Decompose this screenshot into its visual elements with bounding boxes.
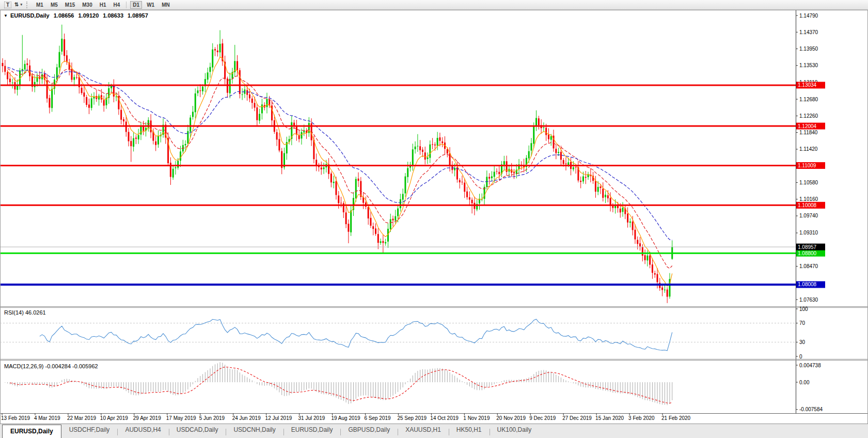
date-tick-label: 19 Aug 2019 bbox=[332, 415, 361, 421]
price-tick-label: 1.10160 bbox=[799, 196, 818, 202]
rsi-axis-label: 100 bbox=[799, 306, 808, 312]
text-tool-icon: T bbox=[4, 2, 11, 8]
date-tick-label: 21 Feb 2020 bbox=[661, 415, 691, 421]
candlestick-series bbox=[2, 25, 673, 303]
timeframe-button-group: M1M5M15M30H1H4D1W1MN bbox=[33, 1, 173, 9]
toolbar-divider bbox=[126, 2, 127, 8]
text-tool-button[interactable]: T bbox=[3, 1, 13, 9]
chart-tab-9-uk100-daily[interactable]: UK100,Daily bbox=[490, 426, 540, 438]
date-tick-label: 17 May 2019 bbox=[166, 415, 196, 421]
price-tick-label: 1.11840 bbox=[799, 130, 818, 135]
macd-pane: 0.0047380.00-0.007584 bbox=[5, 362, 823, 412]
chart-tab-bar: EURUSD,DailyUSDCHF,DailyAUDUSD,H4USDCAD,… bbox=[0, 424, 868, 438]
timeframe-button-m1[interactable]: M1 bbox=[34, 1, 46, 9]
date-axis: 13 Feb 20194 Mar 201922 Mar 201910 Apr 2… bbox=[1, 413, 691, 421]
ohlc-close: 1.08957 bbox=[128, 12, 148, 19]
rsi-axis-label: 0 bbox=[799, 354, 802, 359]
ohlc-low: 1.08633 bbox=[103, 12, 123, 19]
chart-title: ▼ EURUSD,Daily 1.08656 1.09120 1.08633 1… bbox=[4, 12, 152, 19]
rsi-axis-label: 30 bbox=[799, 339, 806, 345]
price-chart[interactable]: 1.147901.143701.139501.135301.131101.126… bbox=[0, 0, 868, 438]
price-tick-label: 1.10580 bbox=[799, 180, 818, 185]
date-tick-label: 1 Nov 2019 bbox=[463, 415, 490, 421]
dropdown-caret-icon: ▾ bbox=[21, 1, 23, 8]
svg-text:1.10008: 1.10008 bbox=[798, 202, 817, 208]
chart-tab-2-audusd-h4[interactable]: AUDUSD,H4 bbox=[117, 426, 168, 438]
price-tick-label: 1.11420 bbox=[799, 146, 818, 152]
chart-tab-7-xauusd-h1[interactable]: XAUUSD,H1 bbox=[398, 426, 449, 438]
rsi-pane: 10070300 bbox=[0, 306, 808, 359]
svg-text:1.13034: 1.13034 bbox=[798, 82, 817, 88]
svg-text:1.12004: 1.12004 bbox=[798, 123, 817, 129]
chart-tab-1-usdchf-daily[interactable]: USDCHF,Daily bbox=[61, 426, 118, 438]
level-price-label: 1.11009 bbox=[796, 162, 825, 169]
toolbar: T ⇅ ▾ M1M5M15M30H1H4D1W1MN bbox=[0, 0, 868, 10]
macd-axis-label: 0.004738 bbox=[799, 363, 821, 368]
chart-tab-4-usdcnh-daily[interactable]: USDCNH,Daily bbox=[226, 426, 283, 438]
price-tick-label: 1.13950 bbox=[799, 46, 818, 52]
chart-tab-8-hk50-h1[interactable]: HK50,H1 bbox=[449, 426, 490, 438]
date-tick-label: 27 Dec 2019 bbox=[562, 415, 592, 421]
arrows-icon: ⇅ bbox=[14, 1, 19, 8]
level-price-label: 1.08800 bbox=[796, 250, 825, 257]
timeframe-button-d1[interactable]: D1 bbox=[130, 1, 142, 9]
timeframe-button-mn[interactable]: MN bbox=[159, 1, 172, 9]
timeframe-button-m15[interactable]: M15 bbox=[62, 1, 77, 9]
ohlc-high: 1.09120 bbox=[78, 12, 99, 19]
timeframe-button-m30[interactable]: M30 bbox=[80, 1, 94, 9]
svg-text:1.11009: 1.11009 bbox=[798, 163, 816, 168]
level-price-label: 1.08008 bbox=[796, 281, 825, 288]
current-price-label: 1.08957 bbox=[796, 244, 825, 251]
level-price-label: 1.10008 bbox=[796, 202, 825, 209]
chart-tab-6-gbpusd-daily[interactable]: GBPUSD,Daily bbox=[340, 426, 398, 438]
date-tick-label: 4 Mar 2019 bbox=[34, 415, 60, 421]
ohlc-open: 1.08656 bbox=[54, 12, 74, 19]
timeframe-button-h1[interactable]: H1 bbox=[97, 1, 109, 9]
date-tick-label: 3 Feb 2020 bbox=[628, 415, 655, 421]
date-tick-label: 31 Jul 2019 bbox=[298, 415, 325, 421]
date-tick-label: 29 Apr 2019 bbox=[133, 415, 161, 421]
arrows-tool-button[interactable]: ⇅ ▾ bbox=[13, 1, 24, 9]
price-axis: 1.147901.143701.139501.135301.131101.126… bbox=[796, 10, 825, 413]
rsi-axis-label: 70 bbox=[799, 320, 806, 326]
timeframe-button-m5[interactable]: M5 bbox=[48, 1, 60, 9]
date-tick-label: 9 Dec 2019 bbox=[529, 415, 556, 421]
horizontal-levels bbox=[0, 85, 796, 285]
date-tick-label: 25 Sep 2019 bbox=[397, 415, 427, 421]
price-tick-label: 1.08470 bbox=[799, 263, 818, 269]
chart-tab-0-eurusd-daily[interactable]: EURUSD,Daily bbox=[2, 425, 61, 438]
chart-tab-5-eurusd-daily[interactable]: EURUSD,Daily bbox=[283, 426, 341, 438]
date-tick-label: 5 Jun 2019 bbox=[199, 415, 225, 421]
date-tick-label: 22 Mar 2019 bbox=[67, 415, 97, 421]
macd-axis-label: 0.00 bbox=[799, 380, 810, 385]
ma-slow-line bbox=[8, 67, 672, 240]
svg-text:1.08800: 1.08800 bbox=[798, 251, 817, 256]
price-tick-label: 1.09740 bbox=[799, 213, 818, 218]
level-price-label: 1.13034 bbox=[796, 82, 825, 88]
svg-text:1.08008: 1.08008 bbox=[798, 281, 817, 287]
rsi-indicator-label: RSI(14) 46.0261 bbox=[4, 309, 46, 316]
price-tick-label: 1.07630 bbox=[799, 297, 818, 303]
date-tick-label: 24 Jun 2019 bbox=[232, 415, 261, 421]
svg-text:1.08957: 1.08957 bbox=[798, 244, 817, 250]
chart-symbol-label: EURUSD,Daily bbox=[10, 12, 50, 19]
ma-fast-line bbox=[8, 57, 672, 286]
date-tick-label: 13 Feb 2019 bbox=[1, 415, 30, 421]
date-tick-label: 6 Sep 2019 bbox=[364, 415, 391, 421]
price-tick-label: 1.14370 bbox=[799, 29, 818, 35]
level-price-label: 1.12004 bbox=[796, 123, 825, 130]
chart-menu-triangle-icon[interactable]: ▼ bbox=[4, 13, 8, 18]
date-tick-label: 10 Apr 2019 bbox=[100, 415, 128, 421]
price-tick-label: 1.13530 bbox=[799, 62, 818, 68]
price-tick-label: 1.12260 bbox=[799, 113, 818, 119]
price-tick-label: 1.14790 bbox=[799, 13, 818, 19]
date-tick-label: 14 Oct 2019 bbox=[430, 415, 459, 421]
rsi-line bbox=[40, 319, 672, 351]
price-tick-label: 1.12680 bbox=[799, 97, 818, 102]
price-tick-label: 1.09310 bbox=[799, 230, 818, 236]
timeframe-button-w1[interactable]: W1 bbox=[144, 1, 157, 9]
chart-tab-3-usdcad-daily[interactable]: USDCAD,Daily bbox=[169, 426, 226, 438]
date-tick-label: 20 Nov 2019 bbox=[496, 415, 526, 421]
macd-histogram bbox=[5, 362, 672, 405]
timeframe-button-h4[interactable]: H4 bbox=[111, 1, 123, 9]
